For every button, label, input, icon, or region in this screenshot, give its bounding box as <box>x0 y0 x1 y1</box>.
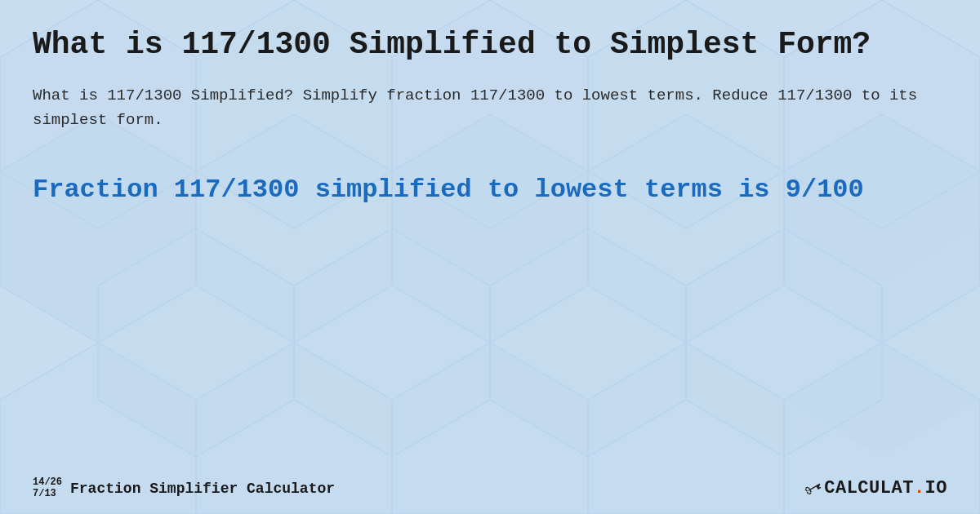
page-content: What is 117/1300 Simplified to Simplest … <box>0 0 980 514</box>
result-section: Fraction 117/1300 simplified to lowest t… <box>33 173 947 207</box>
page-title: What is 117/1300 Simplified to Simplest … <box>33 26 947 64</box>
description-text: What is 117/1300 Simplified? Simplify fr… <box>33 83 947 133</box>
result-text: Fraction 117/1300 simplified to lowest t… <box>33 173 947 207</box>
